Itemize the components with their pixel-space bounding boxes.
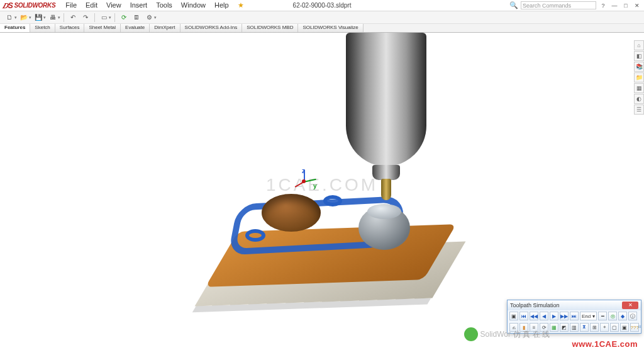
menu-file[interactable]: File [62,1,80,10]
tab-sketch[interactable]: Sketch [30,24,55,32]
menu-help[interactable]: Help [211,1,233,10]
tab-features[interactable]: Features [0,24,30,32]
sim-speed-icon[interactable]: ⧗ [580,323,589,332]
collapse-arrow-icon[interactable]: « [638,322,641,330]
document-title: 62-02-9000-03.sldprt [293,2,352,9]
menu-window[interactable]: Window [177,1,209,10]
dropdown-icon: ▾ [592,313,595,319]
menu-insert[interactable]: Insert [126,1,152,10]
toolpath-overlay [228,195,407,255]
sim-stage-label: End [582,313,591,319]
custom-props-tab-icon[interactable]: ☰ [634,104,644,115]
tab-sheet-metal[interactable]: Sheet Metal [84,24,121,32]
settings-icon[interactable]: ⚙ [143,13,155,23]
sim-stage-select[interactable]: End ▾ [580,312,597,320]
menu-tools[interactable]: Tools [152,1,176,10]
home-tab-icon[interactable]: ⌂ [634,40,644,50]
bore-feature [262,194,321,232]
dropdown-icon[interactable]: ▾ [14,15,17,20]
menu-edit[interactable]: Edit [82,1,101,10]
appearances-tab-icon[interactable]: ◐ [634,94,644,104]
tab-evaluate[interactable]: Evaluate [121,24,150,32]
toolpath-overlay [245,229,265,242]
sim-step-forward-icon[interactable]: ▶▶ [560,312,569,320]
sim-step-back-icon[interactable]: ◀◀ [530,312,538,320]
sim-stack-icon[interactable]: ▥ [570,323,579,332]
dropdown-icon[interactable]: ▾ [109,15,111,20]
options-icon[interactable]: 🗏 [131,13,142,23]
dropdown-icon[interactable]: ▾ [29,15,31,20]
menu-pin-icon[interactable]: ★ [234,1,248,10]
title-right: 🔍 Search Commands ? — □ ✕ [509,1,641,10]
print-icon[interactable]: 🖶 [47,13,58,23]
sim-titlebar[interactable]: Toolpath Simulation ✕ [508,300,641,310]
boss-feature [358,206,410,250]
ds-logo-icon: 𝐷S [3,1,13,10]
command-manager-tabs: Features Sketch Surfaces Sheet Metal Eva… [0,24,644,33]
sim-show-fixture-icon[interactable]: ▣ [620,323,629,332]
sim-stock-icon[interactable]: ◆ [618,312,627,320]
sim-back-icon[interactable]: ◀ [540,312,548,320]
rebuild-icon[interactable]: ⟳ [118,13,130,23]
toolbar-divider [94,13,95,22]
design-library-tab-icon[interactable]: 📚 [634,62,644,72]
dropdown-icon[interactable]: ▾ [58,15,60,20]
sim-end-icon[interactable]: ⏭ [570,312,579,320]
dropdown-icon[interactable]: ▾ [43,15,46,20]
dropdown-icon[interactable]: ▾ [154,15,157,20]
toolpath-overlay [323,195,342,206]
tab-sw-addins[interactable]: SOLIDWORKS Add-Ins [180,24,243,32]
view-palette-tab-icon[interactable]: ▦ [634,83,644,93]
tab-sw-mbd[interactable]: SOLIDWORKS MBD [242,24,298,32]
sim-playback-row: ▣ ⏮ ◀◀ ◀ ▶ ▶▶ ⏭ End ▾ ━ ◎ ◆ ⓘ [508,310,641,322]
tab-dimxpert[interactable]: DimXpert [150,24,180,32]
open-icon[interactable]: 📂 [18,13,30,23]
sim-close-button[interactable]: ✕ [622,302,638,309]
sim-show-tool-icon[interactable]: ⊞ [590,323,599,332]
redo-icon[interactable]: ↷ [80,13,91,23]
task-pane: ⌂ ◧ 📚 📁 ▦ ◐ ☰ [634,40,644,115]
search-input[interactable]: Search Commands [521,1,596,9]
watermark-tag: 仿 真 在 线 [513,329,550,340]
new-doc-icon[interactable]: 🗋 [4,13,15,23]
minimize-button[interactable]: — [610,1,619,10]
title-bar: 𝐷S SOLIDWORKS File Edit View Insert Tool… [0,0,644,11]
sim-slider-icon[interactable]: ━ [598,312,607,320]
undo-icon[interactable]: ↶ [67,13,79,23]
sim-show-path-icon[interactable]: ⌖ [600,323,609,332]
sim-reverse-fast-icon[interactable]: ⏮ [519,312,528,320]
sim-cube-icon[interactable]: ◩ [560,323,569,332]
boss-feature-top [367,204,401,219]
wechat-icon [464,327,478,341]
search-icon[interactable]: 🔍 [509,1,518,9]
save-icon[interactable]: 💾 [33,13,44,23]
toolbar-divider [114,13,115,22]
sim-show-stock-icon[interactable]: ▢ [610,323,619,332]
menu-bar: File Edit View Insert Tools Window Help … [62,1,247,10]
file-explorer-tab-icon[interactable]: 📁 [634,72,644,82]
sim-info-icon[interactable]: ⓘ [628,312,637,320]
spindle [346,33,426,166]
machined-part [205,224,456,287]
url-watermark: www.1CAE.com [572,339,638,349]
wechat-watermark: SolidWor 仿 真 在 线 [464,327,550,341]
close-button[interactable]: ✕ [633,1,641,10]
sim-forward-icon[interactable]: ▶ [550,312,558,320]
tab-sw-visualize[interactable]: SOLIDWORKS Visualize [298,24,363,32]
menu-view[interactable]: View [103,1,125,10]
standard-toolbar: 🗋▾ 📂▾ 💾▾ 🖶▾ ↶ ↷ ▭▾ ⟳ 🗏 ⚙▾ [0,11,644,24]
toolbar-divider [64,13,64,22]
maximize-button[interactable]: □ [621,1,630,10]
sim-title-label: Toolpath Simulation [510,302,560,308]
resources-tab-icon[interactable]: ◧ [634,51,644,61]
help-icon[interactable]: ? [599,1,608,10]
sim-target-icon[interactable]: ◎ [608,312,617,320]
sim-compare-icon[interactable]: ▦ [550,323,558,332]
select-icon[interactable]: ▭ [98,13,109,23]
sim-mode-icon[interactable]: ▣ [509,312,518,320]
watermark: 1CAE.COM [266,175,378,195]
z-axis-label: z [302,167,305,174]
cutting-tool [381,179,391,200]
fixture-plate [195,242,466,307]
tab-surfaces[interactable]: Surfaces [55,24,85,32]
